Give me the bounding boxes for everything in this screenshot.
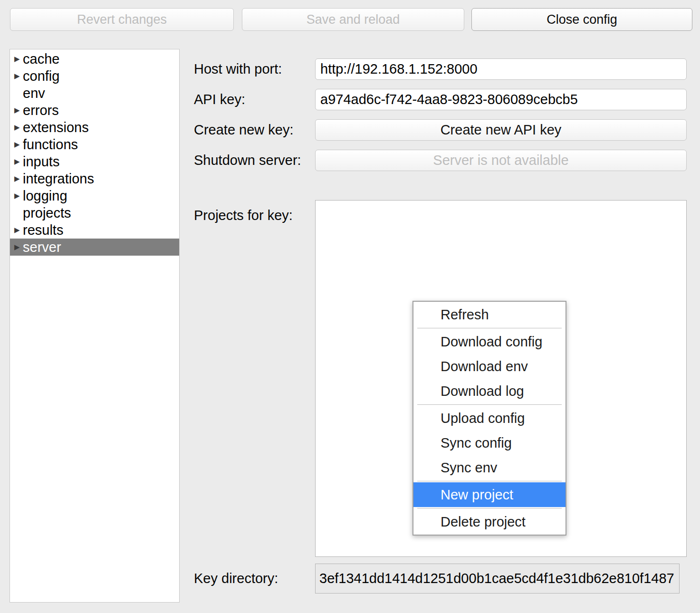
expander-triangle-icon[interactable]: ▶ bbox=[14, 67, 23, 85]
expander-triangle-icon[interactable]: ▶ bbox=[14, 50, 23, 67]
expander-triangle-icon[interactable]: ▶ bbox=[14, 187, 23, 204]
sidebar-item-label: errors bbox=[23, 102, 59, 119]
sidebar-item-label: config bbox=[23, 67, 59, 85]
host-with-port-input[interactable] bbox=[315, 58, 687, 80]
shutdown-server-label: Shutdown server: bbox=[194, 150, 301, 171]
config-section-tree: ▶cache▶configenv▶errors▶extensions▶funct… bbox=[10, 49, 180, 603]
create-new-api-key-button[interactable]: Create new API key bbox=[315, 119, 687, 141]
sidebar-item-errors[interactable]: ▶errors bbox=[10, 102, 179, 119]
sidebar-item-label: projects bbox=[23, 204, 71, 221]
api-key-input[interactable] bbox=[315, 89, 687, 110]
create-new-key-label: Create new key: bbox=[194, 119, 294, 141]
sidebar-item-label: results bbox=[23, 221, 63, 239]
sidebar-item-label: logging bbox=[23, 187, 67, 204]
expander-triangle-icon[interactable]: ▶ bbox=[14, 136, 23, 153]
sidebar-item-integrations[interactable]: ▶integrations bbox=[10, 170, 179, 187]
sidebar-item-logging[interactable]: ▶logging bbox=[10, 187, 179, 204]
projects-context-menu: RefreshDownload configDownload envDownlo… bbox=[412, 301, 566, 536]
key-directory-field[interactable]: 3ef1341dd1414d1251d00b1cae5cd4f1e31db62e… bbox=[315, 564, 680, 594]
sidebar-item-label: server bbox=[23, 239, 61, 256]
menu-separator bbox=[417, 508, 562, 508]
sidebar-item-projects[interactable]: projects bbox=[10, 204, 179, 221]
menu-separator bbox=[417, 481, 562, 481]
sidebar-item-config[interactable]: ▶config bbox=[10, 67, 179, 85]
sidebar-item-label: inputs bbox=[23, 153, 59, 170]
menu-item-download-config[interactable]: Download config bbox=[413, 329, 566, 354]
sidebar-item-functions[interactable]: ▶functions bbox=[10, 136, 179, 153]
expander-triangle-icon[interactable]: ▶ bbox=[14, 153, 23, 170]
sidebar-item-label: cache bbox=[23, 50, 59, 67]
expander-triangle-icon[interactable]: ▶ bbox=[14, 221, 23, 239]
sidebar-item-server[interactable]: ▶server bbox=[10, 239, 179, 256]
menu-item-new-project[interactable]: New project bbox=[413, 482, 566, 507]
key-directory-label: Key directory: bbox=[194, 564, 278, 594]
menu-separator bbox=[417, 328, 562, 328]
projects-for-key-label: Projects for key: bbox=[194, 205, 293, 226]
menu-item-delete-project[interactable]: Delete project bbox=[413, 509, 566, 534]
sidebar-item-extensions[interactable]: ▶extensions bbox=[10, 119, 179, 136]
expander-triangle-icon[interactable]: ▶ bbox=[14, 170, 23, 187]
shutdown-server-button[interactable]: Server is not available bbox=[315, 150, 687, 171]
host-with-port-label: Host with port: bbox=[194, 58, 282, 80]
menu-item-sync-config[interactable]: Sync config bbox=[413, 431, 566, 455]
menu-item-upload-config[interactable]: Upload config bbox=[413, 406, 566, 431]
sidebar-item-inputs[interactable]: ▶inputs bbox=[10, 153, 179, 170]
sidebar-item-label: env bbox=[23, 85, 45, 102]
revert-changes-button[interactable]: Revert changes bbox=[10, 8, 234, 31]
sidebar-item-env[interactable]: env bbox=[10, 85, 179, 102]
menu-item-refresh[interactable]: Refresh bbox=[413, 302, 566, 327]
sidebar-item-label: functions bbox=[23, 136, 78, 153]
sidebar-item-results[interactable]: ▶results bbox=[10, 221, 179, 239]
menu-item-download-log[interactable]: Download log bbox=[413, 379, 566, 403]
config-window: Revert changes Save and reload Close con… bbox=[0, 0, 700, 613]
expander-triangle-icon[interactable]: ▶ bbox=[14, 119, 23, 136]
sidebar-item-label: integrations bbox=[23, 170, 94, 187]
menu-separator bbox=[417, 404, 562, 405]
menu-item-sync-env[interactable]: Sync env bbox=[413, 455, 566, 480]
menu-item-download-env[interactable]: Download env bbox=[413, 354, 566, 379]
sidebar-item-cache[interactable]: ▶cache bbox=[10, 50, 179, 67]
api-key-label: API key: bbox=[194, 89, 245, 110]
sidebar-item-label: extensions bbox=[23, 119, 89, 136]
expander-triangle-icon[interactable]: ▶ bbox=[14, 102, 23, 119]
expander-triangle-icon[interactable]: ▶ bbox=[14, 239, 23, 256]
close-config-button[interactable]: Close config bbox=[471, 8, 692, 31]
save-and-reload-button[interactable]: Save and reload bbox=[242, 8, 464, 31]
